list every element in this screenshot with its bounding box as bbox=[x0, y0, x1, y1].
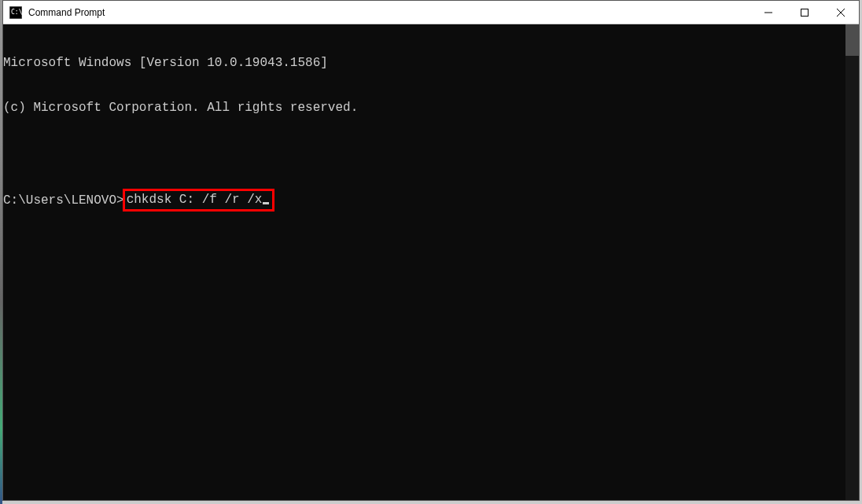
terminal-blank-line bbox=[3, 145, 845, 160]
svg-rect-3 bbox=[801, 9, 809, 16]
command-prompt-icon: C:\ bbox=[9, 6, 22, 19]
titlebar[interactable]: C:\ Command Prompt bbox=[3, 1, 859, 24]
svg-text:C:\: C:\ bbox=[11, 9, 22, 16]
command-highlight-box: chkdsk C: /f /r /x bbox=[123, 189, 275, 212]
terminal-cursor bbox=[263, 202, 269, 204]
window-controls bbox=[750, 1, 859, 24]
close-button[interactable] bbox=[823, 1, 859, 24]
scrollbar-thumb[interactable] bbox=[845, 24, 859, 56]
window-title: Command Prompt bbox=[28, 7, 750, 18]
scrollbar[interactable] bbox=[845, 24, 859, 500]
terminal-prompt: C:\Users\LENOVO> bbox=[3, 193, 124, 208]
terminal[interactable]: Microsoft Windows [Version 10.0.19043.15… bbox=[3, 24, 845, 500]
terminal-prompt-line: C:\Users\LENOVO>chkdsk C: /f /r /x bbox=[3, 190, 845, 212]
terminal-command-input[interactable]: chkdsk C: /f /r /x bbox=[127, 193, 263, 207]
terminal-output-line: Microsoft Windows [Version 10.0.19043.15… bbox=[3, 56, 845, 71]
command-prompt-window: C:\ Command Prompt Microsoft Windows [Ve… bbox=[2, 0, 860, 501]
terminal-output-line: (c) Microsoft Corporation. All rights re… bbox=[3, 101, 845, 116]
minimize-button[interactable] bbox=[750, 1, 786, 24]
terminal-area: Microsoft Windows [Version 10.0.19043.15… bbox=[3, 24, 859, 500]
maximize-button[interactable] bbox=[786, 1, 823, 24]
